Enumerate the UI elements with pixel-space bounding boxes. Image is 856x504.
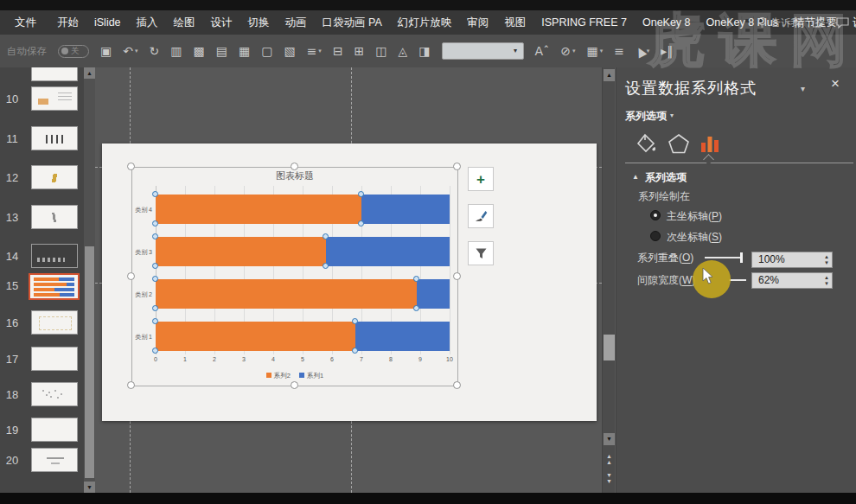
slide-number: 11 [2,132,22,145]
dropdown-caret-icon[interactable]: ▾ [135,48,138,54]
slide-thumbnail-17[interactable] [31,347,78,371]
tab-视图[interactable]: 视图 [496,10,533,35]
outline-level-icon[interactable]: ≡ [614,44,624,58]
secondary-axis-radio[interactable] [650,231,661,241]
slide-thumbnail-13[interactable] [31,205,78,229]
align-objects-icon[interactable]: ≡▾ [307,44,322,58]
selector-caret-icon[interactable]: ▾ [670,112,674,119]
tell-me-search[interactable]: 告诉我 [757,16,802,29]
series-overlap-slider[interactable] [705,257,741,258]
chart-filters-button[interactable] [468,241,494,265]
tab-口袋动画 PA[interactable]: 口袋动画 PA [315,10,390,35]
slide-thumbnail-16[interactable] [31,310,78,335]
grow-font-icon[interactable]: Aˆ [535,44,550,58]
main-vertical-scrollbar[interactable]: ▲ ▼ ▲▲ ▼▼ [602,67,615,493]
slide-thumbnails-panel: 1011121314151617181920 [0,67,95,493]
primary-axis-radio[interactable] [650,210,661,220]
thumbnails-scrollbar[interactable]: ▲ ▼ [84,67,95,493]
comments-button[interactable] [836,17,849,29]
series-chart-icon[interactable] [696,130,724,157]
merge-shapes-icon[interactable]: ◫ [375,44,386,58]
slide-thumbnail-12[interactable] [31,165,78,189]
merge-shapes-icon: ◫ [375,44,386,58]
gap-width-input[interactable]: 62% ▲▼ [751,272,833,289]
autosave-toggle[interactable]: 关 [58,45,89,58]
copy-icon[interactable]: ▥ [170,44,182,58]
panel-dropdown-icon[interactable]: ▾ [801,84,805,93]
print-icon: ⊟ [333,44,343,58]
scroll-up-icon[interactable]: ▲ [604,69,615,81]
dropdown-caret-icon[interactable]: ▾ [318,48,322,54]
spinner-icons[interactable]: ▲▼ [824,252,829,267]
collapse-triangle-icon[interactable]: ▲ [632,173,639,181]
panel-close-icon[interactable]: × [831,76,840,91]
duplicate-icon: ▩ [193,44,204,58]
slide-thumbnail-19[interactable] [31,418,78,442]
scroll-up-icon[interactable]: ▲ [84,67,95,79]
select-cursor-icon[interactable]: ▲▾ [636,44,649,58]
tab-开始[interactable]: 开始 [49,10,86,35]
redo-icon[interactable]: ↻ [149,44,159,58]
media-next-icon[interactable]: ▸‖ [661,44,673,58]
secondary-axis-label[interactable]: 次坐标轴(S) [667,230,722,245]
series-overlap-input[interactable]: 100% ▲▼ [751,252,833,268]
series-options-header[interactable]: 系列选项 [645,170,687,185]
print-icon[interactable]: ⊟ [333,44,343,58]
no-fill-icon[interactable]: ⊘▾ [560,44,575,58]
share-button[interactable] [812,16,825,29]
tab-iSlide[interactable]: iSlide [86,10,129,35]
scrollbar-thumb[interactable] [85,246,94,478]
slide-number: 14 [2,250,22,263]
rotate-3d-icon[interactable]: ◬ [399,44,408,58]
scrollbar-thumb[interactable] [604,335,615,360]
tab-插入[interactable]: 插入 [129,10,166,35]
share-icon [812,16,825,29]
duplicate-icon[interactable]: ▩ [193,44,204,58]
slide-number: 19 [2,424,22,437]
tab-切换[interactable]: 切换 [240,10,278,35]
series-options-selector[interactable]: 系列选项 [625,109,667,124]
slide-number: 15 [2,279,22,292]
slide-thumbnail-18[interactable] [31,382,78,406]
effects-pentagon-icon[interactable] [665,130,693,157]
tab-文件[interactable]: 文件 [0,10,49,35]
undo-icon[interactable]: ↶▾ [123,44,137,58]
size-dialog-icon[interactable]: ◨ [418,44,430,58]
tab-审阅[interactable]: 审阅 [459,10,496,35]
combobox-caret-icon[interactable]: ▾ [509,44,522,58]
selection-pane-icon[interactable]: ▢ [261,44,272,58]
slide-thumbnail-10[interactable] [31,86,78,111]
scroll-down-icon[interactable]: ▼ [84,482,95,493]
crop-position-icon[interactable]: ▧ [284,44,295,58]
fill-bucket-icon[interactable] [632,130,660,157]
tab-OneKey 8[interactable]: OneKey 8 [635,10,699,35]
spinner-icons[interactable]: ▲▼ [824,273,829,288]
dropdown-caret-icon[interactable]: ▾ [572,48,576,54]
dropdown-caret-icon[interactable]: ▾ [600,48,604,54]
primary-axis-label[interactable]: 主坐标轴(P) [667,209,722,224]
chart-styles-button[interactable] [468,204,494,228]
save-icon[interactable]: ▣ [100,44,112,58]
bring-forward-icon[interactable]: ▤ [216,44,227,58]
gap-width-slider[interactable] [729,279,746,281]
table-icon[interactable]: ▦▾ [586,44,603,58]
tab-幻灯片放映[interactable]: 幻灯片放映 [390,10,460,35]
tab-动画[interactable]: 动画 [278,10,315,35]
chart-elements-button[interactable]: + [468,167,494,191]
tab-ISPRING FREE 7[interactable]: ISPRING FREE 7 [533,10,635,35]
slide-thumbnail-20[interactable] [31,448,78,472]
slide-thumbnail-15[interactable] [29,273,80,300]
next-slide-icon[interactable]: ▼▼ [603,472,616,484]
send-backward-icon[interactable]: ▦ [239,44,250,58]
animation-pane-icon[interactable]: ⊞ [355,44,365,58]
series-overlap-slider-thumb[interactable] [740,252,743,263]
font-size-combobox[interactable]: ▾ [442,42,524,60]
slide-thumbnail-11[interactable] [31,126,78,150]
scroll-down-icon[interactable]: ▼ [604,433,615,445]
slide-thumbnail-9[interactable] [31,67,78,81]
slide-thumbnail-14[interactable] [31,244,78,268]
previous-slide-icon[interactable]: ▲▲ [603,453,616,465]
tab-设计[interactable]: 设计 [203,10,240,35]
slide-canvas[interactable] [102,144,597,421]
tab-绘图[interactable]: 绘图 [166,10,203,35]
